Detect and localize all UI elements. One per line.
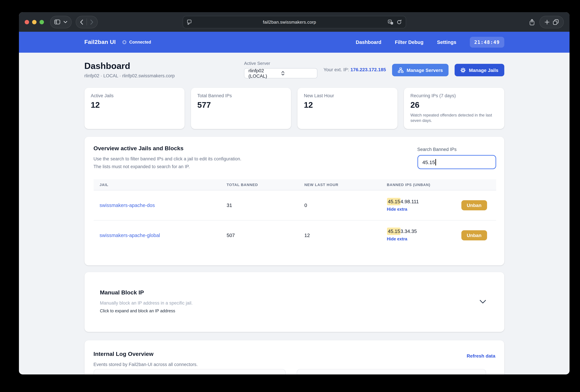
reader-icon[interactable] — [187, 20, 191, 25]
connection-status: Connected — [129, 40, 151, 45]
browser-toolbar: fail2ban.swissmakers.corp A ✶ — [19, 12, 570, 32]
search-input-value: 45.15 — [422, 159, 435, 165]
page-title: Dashboard — [84, 61, 175, 71]
stat-card-recurring-ips: Recurring IPs (7 days) 26 Watch repeated… — [404, 88, 504, 129]
tab-overview-icon[interactable] — [553, 19, 559, 25]
text-caret — [435, 159, 436, 165]
url-text: fail2ban.swissmakers.corp — [191, 20, 388, 25]
stat-card-active-jails: Active Jails 12 — [84, 88, 184, 129]
stat-value: 577 — [197, 100, 285, 110]
external-ip: Your ext. IP:176.223.172.185 — [323, 67, 386, 72]
search-block: Search Banned IPs 45.15 — [417, 147, 496, 169]
safari-window: fail2ban.swissmakers.corp A ✶ — [19, 12, 570, 375]
reload-icon[interactable] — [397, 20, 402, 25]
internal-log-description: Events stored by Fail2ban-UI across all … — [93, 361, 495, 368]
clock-badge: 21:48:49 — [470, 37, 504, 48]
jail-link[interactable]: swissmakers-apache-dos — [100, 202, 155, 208]
search-banned-ips-input[interactable]: 45.15 — [417, 155, 496, 169]
refresh-data-link[interactable]: Refresh data — [467, 353, 495, 359]
close-button[interactable] — [25, 20, 29, 24]
stat-label: Total Banned IPs — [197, 93, 285, 98]
hide-extra-link[interactable]: Hide extra — [387, 237, 407, 241]
stat-label: New Last Hour — [304, 93, 391, 98]
svg-text:✶: ✶ — [391, 22, 392, 24]
overview-card: Overview active Jails and Blocks Use the… — [84, 137, 504, 265]
sidebar-control — [50, 16, 72, 28]
manage-servers-button[interactable]: Manage Servers — [392, 64, 449, 76]
history-nav — [76, 16, 98, 28]
banned-ip: 45.153.34.35 — [387, 229, 417, 234]
column-header-jail: JAIL — [93, 183, 227, 187]
stat-note: Watch repeated offenders detected in the… — [411, 112, 498, 123]
column-header-new-last-hour: NEW LAST HOUR — [304, 183, 387, 187]
nav-link-filter-debug[interactable]: Filter Debug — [395, 39, 424, 45]
jail-link[interactable]: swissmakers-apache-global — [100, 232, 160, 238]
stat-card-total-banned: Total Banned IPs 577 — [191, 88, 291, 129]
jails-table: JAIL TOTAL BANNED NEW LAST HOUR BANNED I… — [93, 179, 496, 250]
translate-icon[interactable]: A ✶ — [388, 20, 393, 25]
new-tab-icon[interactable] — [545, 19, 550, 24]
desktop: fail2ban.swissmakers.corp A ✶ — [0, 0, 580, 392]
manage-servers-label: Manage Servers — [407, 67, 443, 73]
stat-label: Active Jails — [91, 93, 178, 98]
sitemap-icon — [398, 67, 404, 73]
manual-block-card[interactable]: Manual Block IP Manually block an IP add… — [84, 272, 504, 332]
external-ip-value: 176.223.172.185 — [350, 67, 386, 72]
unban-button[interactable]: Unban — [461, 200, 487, 210]
internal-log-title: Internal Log Overview — [93, 350, 495, 358]
stat-value: 12 — [304, 100, 391, 110]
forward-icon[interactable] — [90, 19, 93, 24]
connected-ring-icon — [123, 40, 127, 44]
log-toolbar-control-fragment[interactable] — [296, 369, 486, 375]
external-ip-label: Your ext. IP: — [323, 67, 349, 72]
total-banned-value: 31 — [227, 202, 304, 208]
app-navbar: Fail2ban UI Connected Dashboard Filter D… — [19, 32, 570, 53]
sidebar-icon[interactable] — [54, 20, 60, 24]
table-header: JAIL TOTAL BANNED NEW LAST HOUR BANNED I… — [93, 179, 496, 191]
ip-rest: 3.34.35 — [401, 229, 417, 234]
address-bar[interactable]: fail2ban.swissmakers.corp A ✶ — [182, 16, 406, 28]
share-icon[interactable] — [529, 19, 535, 25]
chevron-down-icon[interactable] — [64, 21, 67, 23]
back-icon[interactable] — [80, 19, 83, 24]
log-toolbar — [93, 369, 495, 375]
table-row: swissmakers-apache-global 507 12 45.153.… — [93, 220, 496, 250]
column-header-total-banned: TOTAL BANNED — [227, 183, 304, 187]
chevron-down-icon[interactable] — [479, 300, 486, 303]
log-toolbar-control-fragment[interactable] — [93, 369, 286, 375]
stat-value: 12 — [91, 100, 178, 110]
dashboard-header: Dashboard rlinfp02 · LOCAL · rlinfp02.sw… — [84, 61, 504, 78]
tab-controls — [539, 16, 564, 28]
app-brand: Fail2ban UI — [84, 39, 116, 46]
internal-log-card: Internal Log Overview Events stored by F… — [84, 340, 504, 375]
ip-rest: 4.98.111 — [401, 199, 419, 204]
svg-text:A: A — [389, 20, 391, 23]
active-server-value: rlinfp02 (LOCAL) — [248, 68, 281, 79]
stat-value: 26 — [411, 100, 498, 110]
minimize-button[interactable] — [32, 20, 36, 24]
divider — [87, 18, 87, 25]
manual-block-title: Manual Block IP — [100, 289, 486, 296]
zoom-button[interactable] — [39, 20, 44, 24]
ip-match-highlight: 45.15 — [387, 228, 401, 235]
table-row: swissmakers-apache-dos 31 0 45.154.98.11… — [93, 191, 496, 220]
manage-jails-label: Manage Jails — [469, 67, 498, 73]
active-server-select[interactable]: rlinfp02 (LOCAL) — [244, 68, 317, 78]
ip-match-highlight: 45.15 — [387, 198, 401, 205]
stat-card-new-last-hour: New Last Hour 12 — [297, 88, 398, 129]
search-banned-ips-label: Search Banned IPs — [417, 147, 496, 152]
hide-extra-link[interactable]: Hide extra — [387, 207, 407, 211]
page-subtitle: rlinfp02 · LOCAL · rlinfp02.swissmakers.… — [84, 73, 175, 78]
nav-link-dashboard[interactable]: Dashboard — [356, 39, 381, 45]
new-last-hour-value: 0 — [304, 202, 387, 208]
manage-jails-button[interactable]: Manage Jails — [455, 64, 504, 76]
new-last-hour-value: 12 — [304, 232, 387, 238]
unban-button[interactable]: Unban — [461, 230, 487, 240]
page-content: Dashboard rlinfp02 · LOCAL · rlinfp02.sw… — [19, 53, 570, 375]
manual-block-hint: Click to expand and block an IP address — [100, 309, 486, 313]
total-banned-value: 507 — [227, 232, 304, 238]
active-server-label: Active Server — [244, 61, 317, 66]
gear-icon — [460, 67, 466, 73]
column-header-banned-ips: BANNED IPS (UNBAN) — [387, 183, 496, 187]
nav-link-settings[interactable]: Settings — [437, 39, 456, 45]
